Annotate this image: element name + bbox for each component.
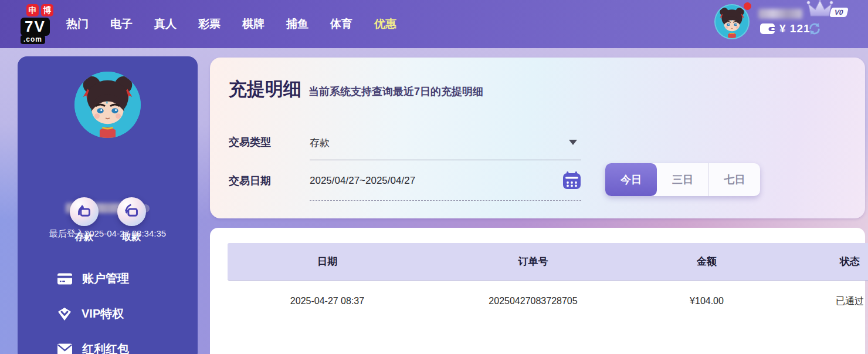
- avatar-character-icon: [74, 72, 141, 138]
- sidebar-item-label: 账户管理: [82, 271, 129, 286]
- bank-card-icon: [57, 273, 72, 285]
- cell-status: 已通过: [774, 295, 868, 308]
- logo-badge-right: 博: [41, 4, 53, 16]
- nav-item-promotions[interactable]: 优惠: [374, 16, 396, 32]
- range-button-3days[interactable]: 三日: [657, 163, 708, 196]
- col-header-status: 状态: [774, 255, 868, 268]
- transaction-type-select[interactable]: 存款: [310, 136, 330, 150]
- sidebar: V0 最后登入2025-04-27 08:34:35 存款 取款: [18, 56, 198, 354]
- table-header: 日期 订单号 金额 状态: [228, 243, 868, 281]
- nav-item-live[interactable]: 真人: [154, 16, 177, 32]
- notification-dot: [744, 2, 751, 10]
- sidebar-item-label: 红利红包: [82, 341, 129, 354]
- records-panel: 日期 订单号 金额 状态 2025-04-27 08:37 2025042708…: [210, 228, 865, 354]
- date-range-group: 今日 三日 七日: [605, 163, 760, 196]
- vip-gem-icon: [57, 307, 72, 321]
- col-header-date: 日期: [228, 255, 427, 268]
- calendar-icon[interactable]: [561, 170, 582, 191]
- sidebar-item-vip[interactable]: VIP特权: [57, 306, 129, 322]
- withdraw-icon: [124, 204, 140, 220]
- wallet-icon: [760, 23, 775, 35]
- nav-item-sports[interactable]: 体育: [330, 16, 352, 32]
- page-title-row: 充提明细 当前系统支持查询最近7日的充提明细: [229, 77, 483, 102]
- deposit-button[interactable]: 存款: [70, 197, 99, 244]
- transaction-date-label: 交易日期: [229, 174, 271, 188]
- top-nav-bar: 申 博 7V .com 热门 电子 真人 彩票 棋牌 捕鱼 体育 优惠: [0, 0, 868, 48]
- date-field-underline: [310, 200, 581, 201]
- nav-item-fishing[interactable]: 捕鱼: [286, 16, 308, 32]
- range-button-7days[interactable]: 七日: [708, 163, 760, 196]
- logo-badges: 申 博: [26, 4, 53, 16]
- cell-date: 2025-04-27 08:37: [228, 296, 427, 306]
- page-title: 充提明细: [229, 77, 301, 102]
- table-row: 2025-04-27 08:37 20250427083728705 ¥104.…: [228, 281, 868, 322]
- cell-order-no: 20250427083728705: [427, 296, 639, 306]
- nav-item-hot[interactable]: 热门: [66, 16, 89, 32]
- avatar[interactable]: [714, 4, 750, 39]
- cell-amount: ¥104.00: [639, 296, 774, 306]
- sidebar-avatar[interactable]: [74, 72, 141, 138]
- withdraw-button[interactable]: 取款: [117, 197, 146, 244]
- logo-badge-left: 申: [26, 4, 39, 16]
- range-button-today[interactable]: 今日: [605, 163, 657, 196]
- logo-sub-text: .com: [21, 35, 45, 44]
- filter-panel: 充提明细 当前系统支持查询最近7日的充提明细 交易类型 存款 交易日期 2025…: [210, 58, 865, 218]
- sidebar-menu: 账户管理 VIP特权 红利红包: [57, 271, 129, 354]
- nav-item-cards[interactable]: 棋牌: [242, 16, 265, 32]
- quick-actions: 存款 取款: [18, 197, 198, 244]
- avatar-character-icon: [716, 5, 748, 38]
- page-subtitle: 当前系统支持查询最近7日的充提明细: [308, 85, 483, 99]
- transaction-type-label: 交易类型: [229, 135, 271, 149]
- main-nav: 热门 电子 真人 彩票 棋牌 捕鱼 体育 优惠: [66, 0, 396, 48]
- withdraw-label: 取款: [122, 231, 141, 244]
- envelope-icon: [57, 343, 72, 354]
- sidebar-item-bonus[interactable]: 红利红包: [57, 341, 129, 354]
- col-header-order-no: 订单号: [427, 255, 639, 268]
- col-header-amount: 金额: [639, 255, 774, 268]
- site-logo[interactable]: 申 博 7V .com: [21, 4, 53, 44]
- type-field-underline: [310, 160, 581, 160]
- refresh-balance-icon[interactable]: [808, 22, 821, 35]
- nav-item-slots[interactable]: 电子: [110, 16, 133, 32]
- username-blurred: [758, 9, 802, 19]
- logo-main-text: 7V: [21, 18, 50, 36]
- user-bar: V0 ¥ 121: [710, 0, 868, 48]
- deposit-label: 存款: [74, 231, 93, 244]
- sidebar-item-label: VIP特权: [82, 306, 124, 322]
- vip-level-badge: V0: [829, 8, 849, 17]
- chevron-down-icon[interactable]: [569, 140, 577, 145]
- transaction-date-input[interactable]: 2025/04/27~2025/04/27: [310, 175, 415, 187]
- deposit-icon: [76, 204, 92, 220]
- balance-amount: ¥ 121: [779, 22, 811, 35]
- sidebar-item-account[interactable]: 账户管理: [57, 271, 129, 286]
- nav-item-lottery[interactable]: 彩票: [198, 16, 221, 32]
